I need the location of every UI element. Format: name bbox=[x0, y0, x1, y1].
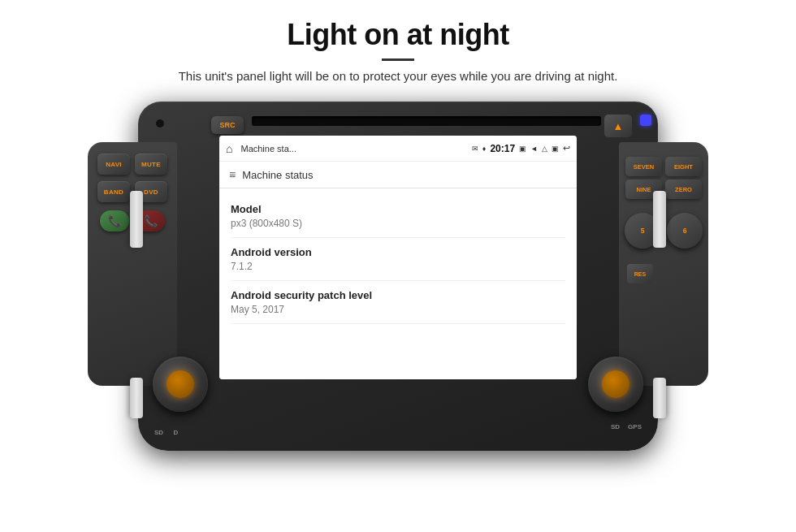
status-time: 20:17 bbox=[490, 143, 515, 154]
left-dial[interactable] bbox=[153, 357, 208, 412]
phone-green-icon: 📞 bbox=[108, 214, 122, 227]
back-icon[interactable]: ↩ bbox=[563, 143, 570, 154]
blue-indicator bbox=[640, 115, 651, 126]
left-panel: NAVI MUTE BAND DVD 📞 📞 bbox=[88, 142, 177, 386]
d-label-left: D bbox=[174, 429, 179, 436]
android-list: Model px3 (800x480 S) Android version 7.… bbox=[219, 188, 577, 331]
location-icon: ♦ bbox=[482, 145, 487, 153]
signal-icon: △ bbox=[542, 145, 547, 153]
bottom-labels: SD D SD GPS bbox=[138, 423, 658, 438]
warning-button[interactable]: ▲ bbox=[604, 115, 632, 137]
phone-red-icon: 📞 bbox=[144, 214, 158, 227]
title-divider bbox=[382, 58, 414, 61]
android-content: ≡ Machine status Model px3 (800x480 S) A… bbox=[219, 162, 577, 379]
model-value: px3 (800x480 S) bbox=[231, 218, 565, 229]
model-label: Model bbox=[231, 203, 565, 215]
navi-button[interactable]: NAVI bbox=[97, 154, 130, 175]
right-slider-bottom-mount bbox=[653, 378, 666, 418]
bottom-left-labels: SD D bbox=[154, 423, 178, 438]
home-icon[interactable]: ⌂ bbox=[226, 142, 232, 155]
status-icons: ✉ ♦ 20:17 ▣ ◄ △ ▣ ↩ bbox=[472, 143, 570, 154]
sd-label-right: SD bbox=[611, 423, 620, 438]
res-button[interactable]: RES bbox=[627, 264, 653, 283]
left-btn-row-1: NAVI MUTE bbox=[97, 154, 167, 175]
topbar-label: Machine status bbox=[242, 169, 313, 181]
camera-icon: ▣ bbox=[519, 145, 526, 153]
title-section: Light on at night This unit's panel ligh… bbox=[179, 0, 618, 97]
band-button[interactable]: BAND bbox=[97, 181, 130, 202]
security-patch-label: Android security patch level bbox=[231, 289, 565, 301]
status-bar-title: Machine sta... bbox=[237, 144, 466, 154]
btn-6[interactable]: 6 bbox=[667, 213, 703, 249]
subtitle-text: This unit's panel light will be on to pr… bbox=[179, 69, 618, 83]
android-topbar: ≡ Machine status bbox=[219, 162, 577, 188]
right-dial[interactable] bbox=[588, 357, 643, 412]
message-icon: ✉ bbox=[472, 145, 478, 153]
car-unit-wrapper: NAVI MUTE BAND DVD 📞 📞 SEVEN EIGHT N bbox=[138, 102, 658, 451]
sd-label-left: SD bbox=[154, 429, 163, 436]
page-container: Light on at night This unit's panel ligh… bbox=[0, 0, 796, 532]
bottom-right-labels: SD GPS bbox=[611, 423, 642, 438]
android-statusbar: ⌂ Machine sta... ✉ ♦ 20:17 ▣ ◄ △ ▣ ↩ bbox=[219, 136, 577, 162]
phone-answer-button[interactable]: 📞 bbox=[100, 210, 129, 231]
list-item: Android version 7.1.2 bbox=[231, 238, 565, 281]
screen-area: ⌂ Machine sta... ✉ ♦ 20:17 ▣ ◄ △ ▣ ↩ bbox=[219, 136, 577, 379]
page-title: Light on at night bbox=[179, 18, 618, 52]
list-item: Model px3 (800x480 S) bbox=[231, 195, 565, 238]
left-slider-mount bbox=[130, 191, 143, 248]
menu-icon[interactable]: ≡ bbox=[229, 168, 236, 181]
screen-icon: ▣ bbox=[552, 145, 559, 153]
mute-button[interactable]: MUTE bbox=[135, 154, 167, 175]
android-version-value: 7.1.2 bbox=[231, 261, 565, 272]
eight-button[interactable]: EIGHT bbox=[665, 157, 702, 176]
gps-label-right: GPS bbox=[628, 423, 642, 438]
src-button[interactable]: SRC bbox=[211, 116, 244, 134]
volume-icon: ◄ bbox=[530, 145, 538, 153]
top-left-indicator bbox=[156, 119, 164, 128]
list-item: Android security patch level May 5, 2017 bbox=[231, 281, 565, 324]
src-area: SRC bbox=[211, 116, 244, 134]
right-slider-mount bbox=[653, 191, 666, 248]
left-slider-bottom-mount bbox=[130, 378, 143, 418]
car-unit-outer: SRC ▲ RES ⌂ Machine sta... ✉ ♦ bbox=[138, 102, 658, 451]
security-patch-value: May 5, 2017 bbox=[231, 304, 565, 315]
warning-icon: ▲ bbox=[613, 120, 624, 132]
cd-slot bbox=[252, 116, 601, 126]
android-version-label: Android version bbox=[231, 246, 565, 258]
zero-button[interactable]: ZERO bbox=[665, 179, 702, 199]
seven-button[interactable]: SEVEN bbox=[625, 157, 662, 176]
